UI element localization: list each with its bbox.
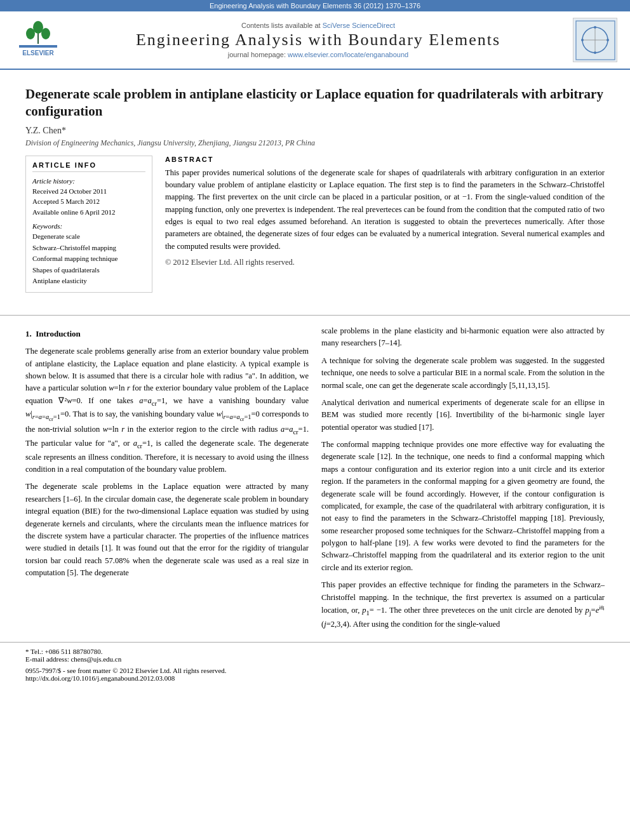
paper-body: Degenerate scale problem in antiplane el… [0, 70, 630, 305]
journal-topbar: Engineering Analysis with Boundary Eleme… [0, 0, 630, 11]
abstract-section: ABSTRACT This paper provides numerical s… [165, 156, 605, 293]
article-info-box: ARTICLE INFO Article history: Received 2… [25, 156, 152, 293]
svg-rect-1 [19, 45, 57, 48]
keyword-1: Degenerate scale [32, 231, 145, 243]
available-date: Available online 6 April 2012 [32, 207, 145, 218]
footnote-tel: * Tel.: +086 511 88780780. [25, 648, 605, 655]
keyword-3: Conformal mapping technique [32, 253, 145, 265]
right-para5: This paper provides an effective techniq… [321, 579, 605, 630]
svg-point-14 [594, 51, 596, 54]
paper-title: Degenerate scale problem in antiplane el… [25, 86, 605, 121]
svg-text:ELSEVIER: ELSEVIER [22, 50, 54, 57]
footnote-issn: 0955-7997/$ - see front matter © 2012 El… [25, 667, 605, 674]
left-column: 1. Introduction The degenerate scale pro… [25, 325, 309, 636]
section1-number: 1. [25, 329, 32, 338]
right-para3: Analytical derivation and numerical expe… [321, 397, 605, 434]
footnote-area: * Tel.: +086 511 88780780. E-mail addres… [0, 642, 630, 688]
svg-point-12 [594, 26, 596, 29]
keywords-label: Keywords: [32, 222, 145, 230]
keywords-list: Degenerate scale Schwarz–Christoffel map… [32, 231, 145, 287]
intro-para2: The degenerate scale problems in the Lap… [25, 481, 309, 579]
right-para1: scale problems in the plane elasticity a… [321, 325, 605, 350]
paper-affiliation: Division of Engineering Mechanics, Jiang… [25, 138, 605, 148]
article-meta-section: ARTICLE INFO Article history: Received 2… [25, 156, 605, 293]
sciverse-link[interactable]: SciVerse ScienceDirect [323, 22, 395, 29]
journal-header: ELSEVIER Contents lists available at Sci… [0, 11, 630, 70]
intro-para1: The degenerate scale problems generally … [25, 345, 309, 476]
main-content: 1. Introduction The degenerate scale pro… [0, 325, 630, 636]
footnote-email: E-mail address: chens@ujs.edu.cn [25, 655, 605, 663]
accepted-date: Accepted 5 March 2012 [32, 196, 145, 207]
homepage-url[interactable]: www.elsevier.com/locate/enganabound [288, 51, 408, 58]
svg-point-5 [41, 28, 50, 39]
svg-point-15 [581, 39, 584, 41]
journal-citation: Engineering Analysis with Boundary Eleme… [210, 2, 420, 10]
abstract-text: This paper provides numerical solutions … [165, 167, 605, 253]
sciverse-line: Contents lists available at SciVerse Sci… [76, 22, 560, 29]
homepage-label: journal homepage: [228, 51, 286, 58]
svg-point-13 [607, 39, 609, 41]
article-history-label: Article history: [32, 177, 145, 185]
section1-title: 1. Introduction [25, 328, 309, 340]
right-para2: A technique for solving the degenerate s… [321, 355, 605, 392]
right-column: scale problems in the plane elasticity a… [321, 325, 605, 636]
svg-point-4 [26, 28, 35, 39]
journal-homepage: journal homepage: www.elsevier.com/locat… [76, 51, 560, 58]
keyword-2: Schwarz–Christoffel mapping [32, 243, 145, 254]
received-date: Received 24 October 2011 [32, 186, 145, 197]
article-info-heading: ARTICLE INFO [32, 161, 145, 172]
journal-title: Engineering Analysis with Boundary Eleme… [76, 30, 560, 50]
abstract-heading: ABSTRACT [165, 156, 605, 163]
section-divider [0, 315, 630, 316]
svg-rect-7 [575, 20, 616, 61]
keyword-4: Shapes of quadrilaterals [32, 265, 145, 276]
elsevier-logo: ELSEVIER [13, 20, 64, 60]
keyword-5: Antiplane elasticity [32, 276, 145, 287]
right-para4: The conformal mapping technique provides… [321, 439, 605, 574]
journal-cover-image [573, 18, 617, 62]
paper-authors: Y.Z. Chen* [25, 126, 605, 136]
section1-heading: Introduction [36, 329, 81, 338]
journal-title-block: Contents lists available at SciVerse Sci… [76, 22, 560, 58]
footnote-doi: http://dx.doi.org/10.1016/j.enganabound.… [25, 674, 605, 682]
copyright-line: © 2012 Elsevier Ltd. All rights reserved… [165, 257, 605, 269]
